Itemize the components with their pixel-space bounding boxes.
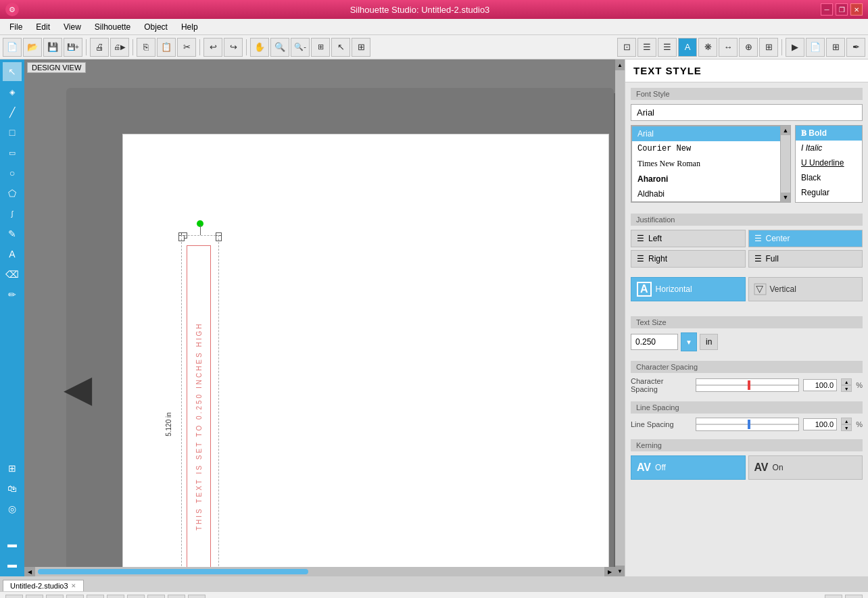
page-button[interactable]: 📄: [806, 38, 825, 57]
style-bold[interactable]: 𝐁 Bold: [796, 126, 862, 141]
eraser-tool[interactable]: ⌫: [3, 265, 22, 284]
menu-view[interactable]: View: [57, 21, 88, 33]
plugin-btn[interactable]: ◎: [3, 499, 22, 518]
print-preview-button[interactable]: 🖨▶: [110, 38, 129, 57]
menu-silhouette[interactable]: Silhouette: [88, 21, 137, 33]
rounded-rect-tool[interactable]: ▭: [3, 143, 22, 162]
print-button[interactable]: 🖨: [90, 38, 109, 57]
fill-button[interactable]: A: [678, 38, 697, 57]
menu-object[interactable]: Object: [137, 21, 174, 33]
send-button[interactable]: ▶: [786, 38, 804, 57]
store-btn[interactable]: 🛍: [3, 479, 22, 498]
mirror-button[interactable]: ↔: [719, 38, 738, 57]
just-center[interactable]: ☰ Center: [748, 230, 863, 247]
copy-button[interactable]: ⎘: [137, 38, 155, 57]
bottom-btn6[interactable]: ✕: [107, 595, 124, 599]
char-spacing-input[interactable]: [803, 379, 837, 391]
save-button[interactable]: 💾: [43, 38, 62, 57]
group-button[interactable]: ⊞: [759, 38, 778, 57]
maximize-button[interactable]: ❐: [836, 3, 848, 16]
font-item-arial[interactable]: Arial: [632, 126, 780, 141]
undo-button[interactable]: ↩: [203, 38, 222, 57]
tab-untitled[interactable]: Untitled-2.studio3 ✕: [3, 580, 84, 591]
cut-button[interactable]: ✂: [177, 38, 196, 57]
bottom-btn5[interactable]: ◎: [87, 595, 104, 599]
tab-close-btn[interactable]: ✕: [71, 582, 76, 589]
minimize-button[interactable]: ─: [821, 3, 833, 16]
char-spin-down[interactable]: ▼: [841, 385, 852, 392]
zoom-out-button[interactable]: 🔍-: [291, 38, 310, 57]
grid-button[interactable]: ⊞: [352, 38, 370, 57]
style-black[interactable]: Black: [796, 170, 862, 185]
panel-btn1[interactable]: ▬: [3, 534, 22, 553]
bottom-btn1[interactable]: ⊞: [5, 595, 23, 599]
line-spacing-slider[interactable]: [696, 418, 799, 431]
menu-edit[interactable]: Edit: [29, 21, 57, 33]
select-button[interactable]: ↖: [331, 38, 350, 57]
bottom-btn2[interactable]: ⊟: [26, 595, 43, 599]
polygon-tool[interactable]: ⬠: [3, 184, 22, 203]
canvas-text[interactable]: THIS TEXT IS SET TO 0.250 INCHES HIGH: [187, 245, 211, 576]
font-scroll-up[interactable]: ▲: [781, 126, 790, 135]
open-button[interactable]: 📂: [23, 38, 42, 57]
char-spacing-slider[interactable]: [696, 378, 799, 392]
just-right[interactable]: ☰ Right: [631, 250, 746, 268]
scroll-bottom[interactable]: ◀ ▶: [24, 567, 615, 576]
scroll-right[interactable]: ▲ ▼: [615, 59, 625, 576]
fill-tool[interactable]: ✏: [3, 285, 22, 304]
scroll-thumb-bottom[interactable]: [38, 569, 308, 574]
bottom-btn7[interactable]: ⊞: [127, 595, 145, 599]
grid2-button[interactable]: ⊞: [826, 38, 845, 57]
bottom-btn4[interactable]: ⊞: [66, 595, 84, 599]
text-size-dropdown[interactable]: ▼: [681, 332, 697, 351]
rect-tool[interactable]: □: [3, 123, 22, 142]
kern-off[interactable]: AV Off: [631, 455, 746, 480]
settings-btn[interactable]: ⚙: [825, 595, 842, 599]
paste-button[interactable]: 📋: [157, 38, 176, 57]
bottom-btn3[interactable]: □: [46, 595, 64, 599]
line-spin-down[interactable]: ▼: [841, 424, 852, 431]
align2-button[interactable]: ☰: [658, 38, 677, 57]
font-item-courier[interactable]: Courier New: [632, 141, 780, 156]
redo-button[interactable]: ↪: [224, 38, 243, 57]
font-item-times[interactable]: Times New Roman: [632, 156, 780, 172]
bottom-btn10[interactable]: ◎: [188, 595, 206, 599]
refresh-btn[interactable]: ↺: [845, 595, 863, 599]
save-as-button[interactable]: 💾+: [64, 38, 82, 57]
line-spin-up[interactable]: ▲: [841, 418, 852, 424]
text-size-input[interactable]: [631, 334, 678, 350]
font-item-aharoni[interactable]: Aharoni: [632, 172, 780, 186]
canvas-area[interactable]: DESIGN VIEW ◀ 5.120 in THIS TEXT IS S: [24, 59, 625, 576]
panel-btn2[interactable]: ▬: [3, 555, 22, 574]
node-tool[interactable]: ◈: [3, 82, 22, 101]
align-button[interactable]: ☰: [637, 38, 656, 57]
scroll-up-arrow[interactable]: ▲: [615, 59, 625, 70]
style-regular[interactable]: Regular: [796, 185, 862, 200]
font-search-input[interactable]: [631, 104, 863, 121]
path-tool[interactable]: ✎: [3, 224, 22, 243]
orient-vertical[interactable]: ▷ Vertical: [748, 277, 863, 301]
line-spacing-input[interactable]: [803, 418, 837, 430]
curve-tool[interactable]: ∫: [3, 204, 22, 223]
just-left[interactable]: ☰ Left: [631, 230, 746, 247]
replicate-button[interactable]: ❋: [698, 38, 717, 57]
orient-horizontal[interactable]: A Horizontal: [631, 277, 746, 301]
text-tool[interactable]: A: [3, 245, 22, 264]
scroll-left-arrow[interactable]: ◀: [24, 567, 35, 576]
weld-button[interactable]: ⊕: [739, 38, 758, 57]
kern-on[interactable]: AV On: [748, 455, 863, 480]
style-italic[interactable]: I Italic: [796, 141, 862, 155]
new-button[interactable]: 📄: [3, 38, 22, 57]
style-underline[interactable]: U Underline: [796, 155, 862, 170]
library-btn[interactable]: ⊞: [3, 459, 22, 478]
pan-button[interactable]: ✋: [250, 38, 269, 57]
font-list-scrollbar[interactable]: ▲ ▼: [781, 126, 790, 202]
circle-tool[interactable]: ○: [3, 164, 22, 182]
snap-button[interactable]: ⊡: [617, 38, 636, 57]
scroll-right-arrow[interactable]: ▶: [604, 567, 615, 576]
text-element[interactable]: 5.120 in THIS TEXT IS SET TO 0.250 INCHE…: [181, 235, 219, 576]
zoom-in-button[interactable]: 🔍: [270, 38, 289, 57]
menu-file[interactable]: File: [3, 21, 29, 33]
bottom-btn8[interactable]: ⊠: [147, 595, 165, 599]
bottom-btn9[interactable]: ◎: [168, 595, 185, 599]
